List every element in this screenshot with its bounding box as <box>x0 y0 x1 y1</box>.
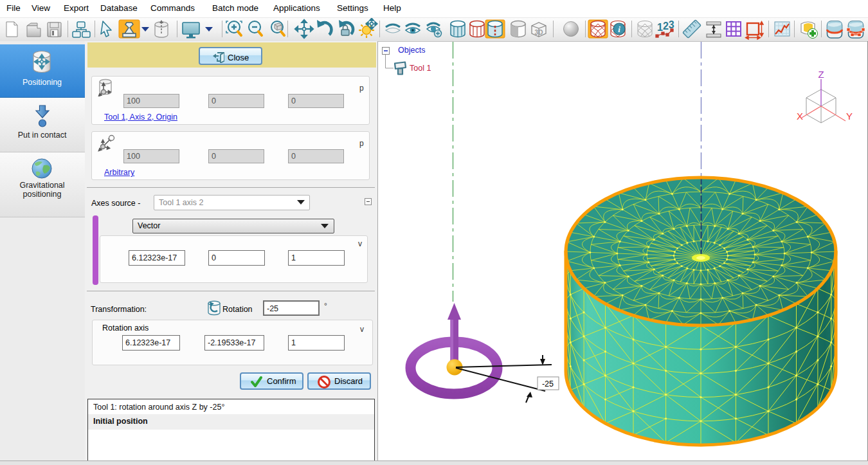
svg-text:-25: -25 <box>542 379 554 388</box>
svg-text:3D: 3D <box>535 29 543 36</box>
svg-text:Y: Y <box>846 111 853 122</box>
svg-text:Z: Z <box>818 69 824 80</box>
svg-text:i: i <box>618 24 620 34</box>
svg-text:X: X <box>797 111 803 122</box>
